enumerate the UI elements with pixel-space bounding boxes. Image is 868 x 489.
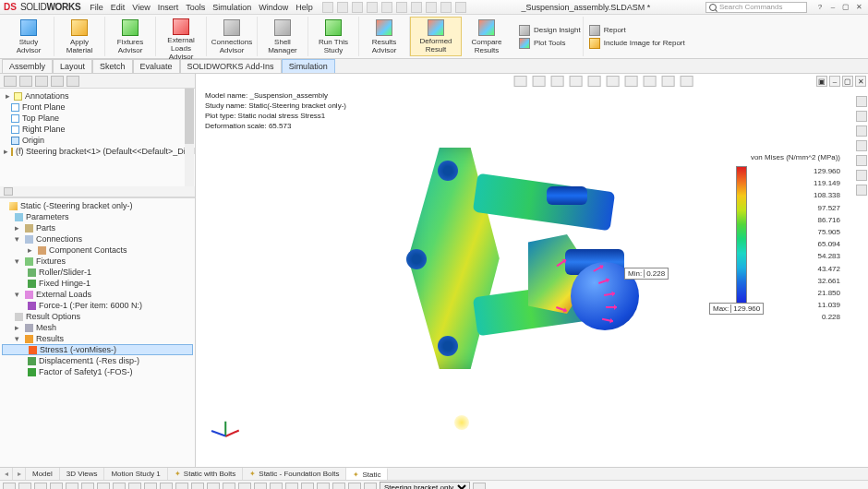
orientation-triad[interactable] (214, 417, 247, 450)
ribbon-external-loads-advisor-button[interactable]: External Loads Advisor (156, 17, 207, 56)
tabs-scroll-left[interactable]: ◂ (0, 468, 13, 480)
expand-toggle-icon[interactable]: ▸ (4, 147, 8, 156)
qat-undo-icon[interactable] (381, 2, 392, 13)
vp-minimize-icon[interactable]: – (829, 76, 840, 87)
feature-tree-scrollbar[interactable] (185, 89, 194, 186)
qat-select-icon[interactable] (411, 2, 422, 13)
qat-new-icon[interactable] (322, 2, 333, 13)
sim-tree-parts[interactable]: ▸Parts (2, 222, 193, 233)
cmd-icon[interactable] (332, 483, 345, 490)
fm-tab-dimxpert-icon[interactable] (51, 76, 64, 87)
cmd-icon[interactable] (175, 483, 188, 490)
cmd-icon[interactable] (348, 483, 361, 490)
cmd-icon[interactable] (50, 483, 63, 490)
sim-tree-component-contacts[interactable]: ▸Component Contacts (2, 244, 193, 256)
graphics-viewport[interactable]: ▣ – ▢ ✕ Model name: _Suspension_assembly… (196, 74, 868, 467)
bottom-tab--d-views[interactable]: 3D Views (60, 468, 105, 480)
sim-tree-displacement-res-disp[interactable]: Displacement1 (-Res disp-) (2, 355, 193, 366)
cmd-icon[interactable] (191, 483, 204, 490)
prev-view-icon[interactable] (551, 76, 564, 87)
ribbon-apply-material-button[interactable]: Apply Material (54, 17, 105, 56)
taskpane-resources-icon[interactable] (856, 96, 867, 107)
vp-close-icon[interactable]: ✕ (855, 76, 866, 87)
cmd-icon[interactable] (144, 483, 157, 490)
ribbon-compare-results-button[interactable]: Compare Results (462, 17, 512, 56)
cmd-icon[interactable] (97, 483, 110, 490)
color-legend[interactable]: von Mises (N/mm^2 (MPa)) 129.960119.1491… (751, 153, 840, 323)
sim-tree-fixed-hinge[interactable]: Fixed Hinge-1 (2, 278, 193, 289)
sim-tree-parameters[interactable]: Parameters (2, 211, 193, 222)
filter-icon[interactable] (4, 187, 13, 196)
taskpane-custom-props-icon[interactable] (856, 170, 867, 181)
max-callout[interactable]: Max: 129.960 (709, 303, 764, 315)
ribbon-deformed-result-button[interactable]: Deformed Result (410, 17, 462, 56)
help-icon[interactable]: ? (814, 2, 826, 13)
cmd-icon[interactable] (238, 483, 251, 490)
taskpane-design-library-icon[interactable] (856, 111, 867, 122)
menu-view[interactable]: View (132, 3, 150, 12)
feature-tree-item[interactable]: Top Plane (2, 113, 193, 124)
ribbon-results-advisor-button[interactable]: Results Advisor (359, 17, 410, 56)
qat-settings-icon[interactable] (455, 2, 466, 13)
display-style-icon[interactable] (607, 76, 620, 87)
menu-simulation[interactable]: Simulation (212, 3, 251, 12)
tab-simulation[interactable]: Simulation (282, 59, 335, 73)
search-commands-input[interactable]: Search Commands (705, 2, 807, 13)
sim-tree-connections[interactable]: ▾Connections (2, 233, 193, 244)
cmd-icon[interactable] (160, 483, 173, 490)
cmd-icon[interactable] (81, 483, 94, 490)
cmd-icon[interactable] (285, 483, 298, 490)
cmd-icon[interactable] (223, 483, 235, 490)
ribbon-study-advisor-button[interactable]: Study Advisor (4, 17, 54, 56)
min-callout[interactable]: Min: 0.228 (624, 268, 669, 280)
view-settings-icon[interactable] (681, 76, 693, 87)
bottom-tab-static-foundation-bolts[interactable]: ✦Static - Foundation Bolts (243, 468, 346, 480)
sim-tree-external-loads[interactable]: ▾External Loads (2, 289, 193, 300)
cmd-icon[interactable] (113, 483, 126, 490)
qat-options-icon[interactable] (440, 2, 452, 13)
bottom-tab-static[interactable]: ✦Static (346, 468, 388, 480)
feature-tree-item[interactable]: Origin (2, 135, 193, 146)
cmd-icon[interactable] (18, 483, 31, 490)
feature-tree-item[interactable]: ▸Annotations (2, 90, 193, 101)
ribbon-connections-advisor-button[interactable]: Connections Advisor (207, 17, 258, 56)
menu-help[interactable]: Help (295, 3, 313, 12)
view-orientation-icon[interactable] (588, 76, 601, 87)
expand-toggle-icon[interactable]: ▸ (15, 323, 22, 332)
cmd-icon[interactable] (34, 483, 47, 490)
sim-tree-results[interactable]: ▾Results (2, 333, 193, 344)
zoom-area-icon[interactable] (533, 76, 546, 87)
bottom-tab-static-with-bolts[interactable]: ✦Static with Bolts (168, 468, 243, 480)
active-study-select[interactable]: Steering bracket only (380, 482, 470, 489)
cmd-icon[interactable] (254, 483, 267, 490)
sim-tree-mesh[interactable]: ▸Mesh (2, 322, 193, 333)
sim-tree-result-options[interactable]: Result Options (2, 311, 193, 322)
qat-open-icon[interactable] (337, 2, 348, 13)
cmd-icon[interactable] (301, 483, 314, 490)
qat-save-icon[interactable] (352, 2, 363, 13)
cmd-icon[interactable] (364, 483, 377, 490)
close-icon[interactable]: ✕ (853, 2, 864, 13)
expand-toggle-icon[interactable]: ▾ (15, 256, 22, 266)
taskpane-forum-icon[interactable] (856, 185, 867, 196)
feature-tree-item[interactable]: ▸(f) Steering bracket<1> (Default<<Defau… (2, 146, 193, 157)
tab-layout[interactable]: Layout (53, 59, 92, 73)
qat-redo-icon[interactable] (396, 2, 407, 13)
restore-icon[interactable]: ▢ (840, 2, 851, 13)
sim-tree-fixtures[interactable]: ▾Fixtures (2, 256, 193, 267)
menu-insert[interactable]: Insert (158, 3, 179, 12)
taskpane-view-palette-icon[interactable] (856, 140, 867, 151)
expand-toggle-icon[interactable]: ▸ (28, 245, 35, 255)
tab-evaluate[interactable]: Evaluate (133, 59, 180, 73)
cmd-icon[interactable] (473, 483, 486, 490)
feature-tree-item[interactable]: Front Plane (2, 101, 193, 113)
menu-tools[interactable]: Tools (186, 3, 205, 12)
bottom-tab-motion-study-[interactable]: Motion Study 1 (104, 468, 167, 480)
cmd-icon[interactable] (128, 483, 141, 490)
fm-tab-property-manager-icon[interactable] (19, 76, 32, 87)
expand-toggle-icon[interactable]: ▾ (15, 334, 22, 343)
tab-assembly[interactable]: Assembly (2, 59, 53, 73)
ribbon-shell-manager-button[interactable]: Shell Manager (258, 17, 308, 56)
ribbon-run-this-study-button[interactable]: Run This Study (308, 17, 359, 56)
cmd-icon[interactable] (3, 483, 16, 490)
